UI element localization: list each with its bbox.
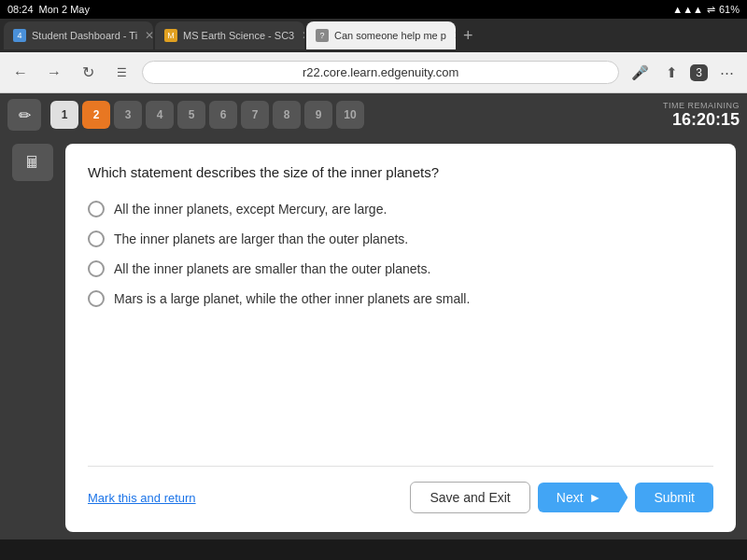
answer-option-2[interactable]: All the inner planets are smaller than t… [88, 260, 713, 277]
back-button[interactable]: ← [7, 60, 34, 86]
tab-student-dashboard[interactable]: 4 Student Dashboard - Ti ✕ [4, 21, 153, 49]
option-text-0: All the inner planets, except Mercury, a… [114, 202, 387, 217]
question-btn-8[interactable]: 8 [273, 101, 301, 129]
share-icon[interactable]: ⬆ [658, 60, 684, 86]
radio-option-1[interactable] [88, 231, 105, 247]
tab-can-someone[interactable]: ? Can someone help me p ✕ [306, 21, 456, 49]
radio-option-3[interactable] [88, 290, 105, 307]
submit-button[interactable]: Submit [635, 483, 713, 512]
question-btn-5[interactable]: 5 [177, 101, 205, 129]
pencil-tool-button[interactable]: ✏ [7, 99, 41, 131]
calculator-icon: 🖩 [24, 153, 41, 173]
question-btn-3[interactable]: 3 [114, 101, 142, 129]
next-label: Next [557, 490, 584, 505]
status-icons: ▲▲▲ ⇌ 61% [672, 4, 740, 16]
address-input[interactable] [142, 61, 619, 84]
tab3-favicon: ? [316, 29, 329, 42]
answer-option-3[interactable]: Mars is a large planet, while the other … [88, 290, 713, 307]
calculator-button[interactable]: 🖩 [12, 144, 53, 181]
more-options-icon[interactable]: ⋯ [713, 60, 740, 86]
action-buttons: Save and Exit Next ► Submit [410, 482, 713, 513]
tab3-label: Can someone help me p [334, 30, 446, 41]
timer-value: 16:20:15 [663, 110, 740, 130]
option-text-1: The inner planets are larger than the ou… [114, 231, 408, 246]
question-btn-9[interactable]: 9 [304, 101, 332, 129]
question-number-buttons: 1 2 3 4 5 6 7 8 9 10 [50, 101, 364, 129]
question-btn-6[interactable]: 6 [209, 101, 237, 129]
next-arrow-icon: ► [589, 490, 602, 505]
quiz-toolbar: ✏ 1 2 3 4 5 6 7 8 9 10 TIME REMAINING 16… [0, 93, 747, 136]
timer-label: TIME REMAINING [663, 101, 740, 110]
address-bar: ← → ↻ ☰ 🎤 ⬆ 3 ⋯ [0, 52, 747, 93]
new-tab-button[interactable]: + [458, 26, 479, 46]
tab-bar: 4 Student Dashboard - Ti ✕ M MS Earth Sc… [0, 19, 747, 52]
next-button[interactable]: Next ► [538, 483, 628, 512]
left-sidebar: 🖩 [0, 136, 65, 539]
address-icon-group: 🎤 ⬆ 3 ⋯ [627, 60, 740, 86]
question-text: Which statement describes the size of th… [88, 162, 713, 182]
tab1-favicon: 4 [13, 29, 26, 42]
save-exit-button[interactable]: Save and Exit [410, 482, 529, 513]
forward-button[interactable]: → [41, 60, 67, 86]
status-time: 08:24 Mon 2 May [7, 4, 90, 15]
tab2-label: MS Earth Science - SC3 [183, 30, 294, 41]
radio-option-2[interactable] [88, 260, 105, 277]
status-bar: 08:24 Mon 2 May ▲▲▲ ⇌ 61% [0, 0, 747, 19]
tab1-label: Student Dashboard - Ti [32, 30, 137, 41]
date-display: Mon 2 May [39, 4, 90, 15]
mark-return-button[interactable]: Mark this and return [88, 491, 196, 505]
question-btn-7[interactable]: 7 [241, 101, 269, 129]
option-text-2: All the inner planets are smaller than t… [114, 261, 430, 276]
action-bar: Mark this and return Save and Exit Next … [88, 466, 713, 513]
answer-option-0[interactable]: All the inner planets, except Mercury, a… [88, 201, 713, 217]
time-display: 08:24 [7, 4, 34, 15]
microphone-icon[interactable]: 🎤 [627, 60, 653, 86]
tab2-favicon: M [164, 29, 177, 42]
answer-option-1[interactable]: The inner planets are larger than the ou… [88, 231, 713, 247]
pencil-icon: ✏ [19, 106, 31, 124]
option-text-3: Mars is a large planet, while the other … [114, 291, 470, 306]
quiz-panel: Which statement describes the size of th… [65, 144, 736, 532]
radio-option-0[interactable] [88, 201, 105, 217]
battery-display: 61% [719, 4, 740, 15]
tab3-close-icon[interactable]: ✕ [454, 29, 456, 42]
question-btn-4[interactable]: 4 [146, 101, 174, 129]
extension-badge[interactable]: 3 [690, 64, 708, 81]
question-btn-10[interactable]: 10 [336, 101, 364, 129]
tab1-close-icon[interactable]: ✕ [145, 29, 153, 42]
question-btn-1[interactable]: 1 [50, 101, 78, 129]
bottom-bar [0, 539, 747, 560]
timer-section: TIME REMAINING 16:20:15 [663, 101, 740, 130]
wifi-icon: ⇌ [707, 4, 715, 16]
question-btn-2[interactable]: 2 [82, 101, 110, 129]
tab-earth-science[interactable]: M MS Earth Science - SC3 ✕ [155, 21, 304, 49]
reload-button[interactable]: ↻ [75, 60, 101, 86]
tab2-close-icon[interactable]: ✕ [302, 29, 304, 42]
content-area: 🖩 Which statement describes the size of … [0, 136, 747, 539]
reader-button[interactable]: ☰ [108, 60, 134, 86]
signal-icon: ▲▲▲ [672, 4, 703, 15]
